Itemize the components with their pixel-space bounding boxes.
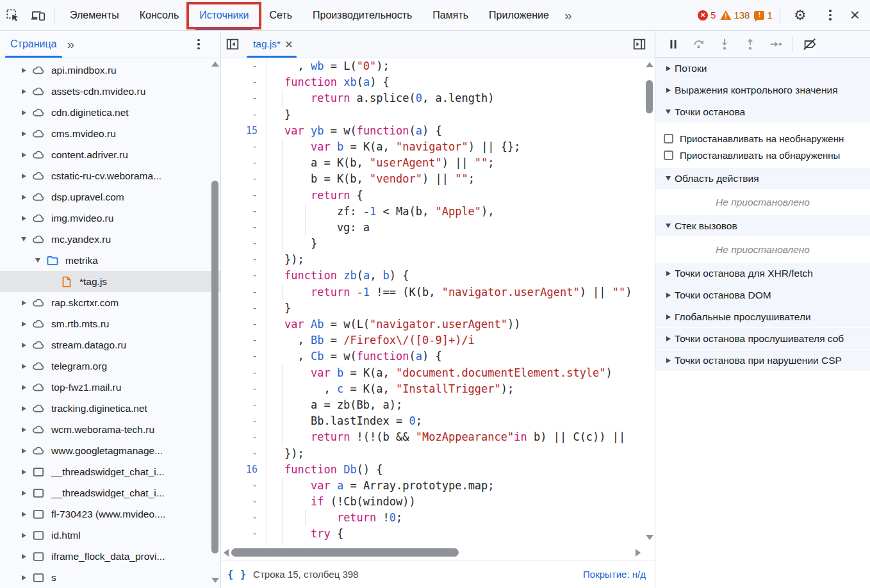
gutter-line-number[interactable]: - (221, 348, 267, 364)
expand-arrow-icon[interactable] (18, 491, 29, 496)
gutter-line-number[interactable]: - (221, 74, 267, 90)
gutter-line-number[interactable]: - (221, 316, 267, 332)
step-over-button[interactable] (687, 33, 710, 55)
expand-arrow-icon[interactable] (18, 300, 29, 306)
code-line[interactable]: 15var yb = w(function(a) { (221, 123, 655, 139)
gutter-line-number[interactable]: - (221, 446, 267, 462)
gutter-line-number[interactable]: - (221, 381, 267, 397)
expand-arrow-icon[interactable] (662, 110, 675, 114)
tree-item[interactable]: stream.datago.ru (0, 334, 220, 355)
debugger-section-header[interactable]: Область действия (655, 168, 870, 190)
debugger-section-header[interactable]: Точки останова (655, 101, 870, 123)
expand-arrow-icon[interactable] (662, 336, 675, 341)
code-line[interactable]: - var b = K(a, "navigator") || {}; (221, 139, 655, 155)
code-line[interactable]: - return { (221, 188, 655, 204)
editor-vertical-scrollbar[interactable] (644, 58, 655, 545)
tab-console[interactable]: Консоль (129, 0, 189, 30)
checkbox[interactable] (664, 151, 673, 160)
scroll-down-arrow[interactable] (646, 535, 653, 540)
code-line[interactable]: - zf: -1 < Ma(b, "Apple"), (221, 204, 655, 220)
tree-item[interactable]: img.mvideo.ru (0, 208, 220, 229)
tab-memory[interactable]: Память (422, 0, 479, 30)
code-line[interactable]: - , c = K(a, "InstallTrigger"); (221, 381, 655, 397)
gutter-line-number[interactable]: - (221, 300, 267, 316)
code-line[interactable]: - b = K(b, "vendor") || ""; (221, 171, 655, 187)
close-devtools-icon[interactable]: × (848, 6, 866, 24)
tab-network[interactable]: Сеть (259, 0, 302, 30)
expand-arrow-icon[interactable] (18, 89, 29, 94)
tree-item[interactable]: id.html (0, 525, 220, 546)
code-line[interactable]: 16function Db() { (221, 462, 655, 478)
expand-arrow-icon[interactable] (18, 470, 29, 475)
tree-item[interactable]: cms.mvideo.ru (0, 123, 220, 144)
expand-arrow-icon[interactable] (18, 322, 29, 327)
code-line[interactable]: - var b = K(a, "document.documentElement… (221, 365, 655, 381)
expand-arrow-icon[interactable] (662, 358, 675, 363)
code-line[interactable]: -} (221, 107, 655, 123)
gutter-line-number[interactable]: - (221, 220, 267, 236)
settings-gear-icon[interactable]: ⚙ (787, 3, 813, 28)
tree-item[interactable]: assets-cdn.mvideo.ru (0, 81, 220, 102)
debugger-section-header[interactable]: Точки останова DOM (655, 284, 870, 306)
gutter-line-number[interactable]: - (221, 268, 267, 284)
gutter-line-number[interactable]: - (221, 107, 267, 123)
gutter-line-number[interactable]: - (221, 139, 267, 155)
expand-arrow-icon[interactable] (18, 575, 29, 580)
expand-arrow-icon[interactable] (18, 343, 29, 348)
gutter-line-number[interactable]: - (221, 478, 267, 494)
expand-arrow-icon[interactable] (662, 271, 675, 276)
editor-tab-tagjs[interactable]: tag.js* × (244, 31, 299, 58)
expand-arrow-icon[interactable] (32, 258, 44, 263)
gutter-line-number[interactable]: - (221, 171, 267, 187)
step-into-button[interactable] (713, 33, 736, 55)
expand-arrow-icon[interactable] (662, 88, 675, 93)
expand-arrow-icon[interactable] (662, 224, 675, 228)
code-line[interactable]: - } (221, 236, 655, 252)
gutter-line-number[interactable]: - (221, 204, 267, 220)
expand-arrow-icon[interactable] (662, 66, 675, 71)
pretty-print-icon[interactable]: { } (227, 569, 247, 580)
debugger-section-header[interactable]: Выражения контрольного значения (655, 79, 870, 101)
expand-arrow-icon[interactable] (18, 554, 29, 559)
code-line[interactable]: -} (221, 300, 655, 316)
expand-arrow-icon[interactable] (662, 314, 675, 320)
expand-arrow-icon[interactable] (18, 364, 29, 369)
navigator-menu-dots-icon[interactable] (186, 31, 211, 57)
scroll-thumb[interactable] (211, 181, 218, 553)
gutter-line-number[interactable]: - (221, 332, 267, 348)
device-toolbar-icon[interactable] (26, 3, 51, 28)
code-line[interactable]: - var a = Array.prototype.map; (221, 478, 655, 494)
more-panels-icon[interactable]: » (63, 37, 79, 52)
code-line[interactable]: -function zb(a, b) { (221, 268, 655, 284)
gutter-line-number[interactable]: - (221, 58, 267, 74)
tree-item[interactable]: api.mindbox.ru (0, 60, 220, 81)
warning-badge[interactable]: ! 138 (720, 10, 750, 20)
deactivate-breakpoints-button[interactable] (798, 33, 821, 55)
expand-arrow-icon[interactable] (18, 512, 29, 517)
gutter-line-number[interactable]: - (221, 252, 267, 268)
hide-navigator-icon[interactable] (221, 33, 244, 56)
gutter-line-number[interactable]: - (221, 494, 267, 510)
tab-sources[interactable]: Источники (189, 0, 259, 30)
scroll-left-arrow[interactable] (224, 549, 229, 557)
gutter-line-number[interactable]: - (221, 413, 267, 429)
code-line[interactable]: - return a.splice(0, a.length) (221, 90, 655, 106)
tree-item[interactable]: mc.yandex.ru (0, 229, 220, 250)
expand-arrow-icon[interactable] (662, 176, 675, 181)
tab-page[interactable]: Страница (4, 31, 63, 58)
expand-arrow-icon[interactable] (18, 131, 29, 136)
expand-arrow-icon[interactable] (18, 174, 29, 179)
code-line[interactable]: - a = K(b, "userAgent") || ""; (221, 155, 655, 171)
expand-arrow-icon[interactable] (18, 110, 29, 115)
code-line[interactable]: - try { (221, 526, 655, 542)
gutter-line-number[interactable]: - (221, 526, 267, 542)
debugger-section-header[interactable]: Стек вызовов (655, 215, 870, 237)
code-line[interactable]: -var Ab = w(L("navigator.userAgent")) (221, 316, 655, 332)
scroll-up-arrow[interactable] (646, 62, 653, 67)
gutter-line-number[interactable]: - (221, 284, 267, 300)
gutter-line-number[interactable]: - (221, 365, 267, 381)
tab-performance[interactable]: Производительность (302, 0, 422, 30)
code-line[interactable]: - , Bb = /Firefox\/([0-9]+)/i (221, 332, 655, 348)
debugger-section-header[interactable]: Точки останова при нарушении CSP (655, 350, 870, 372)
code-line[interactable]: -}); (221, 446, 655, 462)
